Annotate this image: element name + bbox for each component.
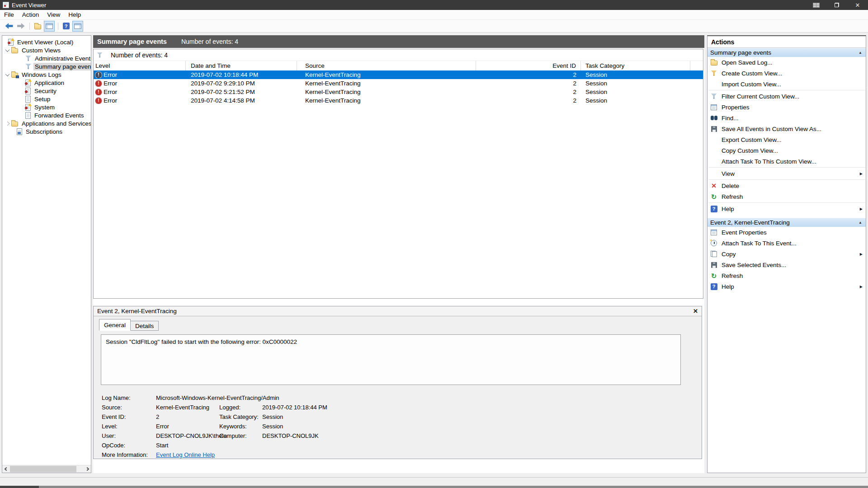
menu-file[interactable]: File: [0, 10, 18, 20]
results-header: Summary page events Number of events: 4: [93, 35, 704, 48]
event-fields: Log Name: Microsoft-Windows-Kernel-Event…: [102, 393, 693, 460]
console-tree-panel: Event Viewer (Local) Custom Views Admini…: [2, 35, 91, 473]
column-header-level[interactable]: Level: [94, 61, 186, 70]
toolbar-separator: [29, 23, 30, 30]
filter-icon: [25, 64, 31, 69]
forward-button[interactable]: [15, 21, 26, 32]
action-attach-task-to-event[interactable]: Attach Task To This Event...: [708, 238, 866, 249]
close-button[interactable]: ✕: [847, 0, 868, 10]
minimize-button[interactable]: [806, 0, 826, 10]
collapse-icon[interactable]: ▲: [859, 218, 862, 227]
section-title: Event 2, Kernel-EventTracing: [710, 219, 790, 226]
submenu-arrow-icon: ▶: [860, 207, 863, 211]
tree-item-system[interactable]: System: [2, 103, 91, 111]
tree-item-application[interactable]: Application: [2, 79, 91, 87]
open-folder-icon: [711, 61, 717, 66]
action-properties[interactable]: Properties: [708, 102, 866, 113]
properties-icon: [711, 230, 717, 235]
custom-views-folder-icon: [11, 48, 18, 53]
workspace: Event Viewer (Local) Custom Views Admini…: [0, 33, 868, 477]
help-button[interactable]: ?: [61, 21, 71, 32]
menu-help[interactable]: Help: [64, 10, 85, 20]
action-open-saved-log[interactable]: Open Saved Log...: [708, 57, 866, 68]
restore-icon: [835, 3, 839, 7]
details-tabs: General Details: [99, 319, 702, 331]
tree-horizontal-scrollbar[interactable]: [2, 465, 91, 473]
level-cell: Error: [104, 80, 117, 87]
action-attach-task-to-custom-view[interactable]: Attach Task To This Custom View...: [708, 156, 866, 167]
action-delete[interactable]: ✕ Delete: [708, 180, 866, 191]
window-controls: ✕: [806, 0, 868, 10]
results-title: Summary page events: [97, 38, 167, 45]
menu-view[interactable]: View: [43, 10, 64, 20]
event-message-box: Session "CldFltLog" failed to start with…: [101, 334, 681, 385]
open-saved-log-button[interactable]: [32, 21, 43, 32]
field-value: Error: [156, 423, 219, 430]
tree-item-summary-page-events[interactable]: Summary page events: [2, 62, 91, 70]
status-bar: [0, 477, 868, 488]
tree-item-custom-views[interactable]: Custom Views: [2, 46, 91, 54]
tree-item-event-viewer-local[interactable]: Event Viewer (Local): [2, 38, 91, 46]
column-header-date-and-time[interactable]: Date and Time: [186, 61, 297, 70]
filter-icon: [25, 56, 31, 61]
column-header-source[interactable]: Source: [297, 61, 476, 70]
chevron-expanded-icon[interactable]: [5, 72, 10, 76]
table-row[interactable]: !Error 2019-07-02 5:21:52 PM Kernel-Even…: [94, 88, 703, 96]
action-export-custom-view[interactable]: Export Custom View...: [708, 134, 866, 145]
back-button[interactable]: [4, 21, 14, 32]
properties-icon: [711, 104, 717, 110]
tree-item-forwarded-events[interactable]: Forwarded Events: [2, 111, 91, 119]
action-refresh[interactable]: ↻ Refresh: [708, 191, 866, 202]
action-help[interactable]: ? Help ▶: [708, 203, 866, 214]
action-import-custom-view[interactable]: Import Custom View...: [708, 79, 866, 89]
tab-general[interactable]: General: [99, 319, 131, 331]
action-filter-current-custom-view[interactable]: Filter Current Custom View...: [708, 91, 866, 102]
tab-details[interactable]: Details: [130, 321, 159, 331]
table-row[interactable]: !Error 2019-07-02 4:14:58 PM Kernel-Even…: [94, 96, 703, 105]
action-view[interactable]: View ▶: [708, 168, 866, 179]
action-save-all-events[interactable]: Save All Events in Custom View As...: [708, 123, 866, 134]
show-action-pane-toggle[interactable]: [72, 21, 83, 32]
table-row[interactable]: !Error 2019-07-02 9:29:10 PM Kernel-Even…: [94, 79, 703, 88]
scrollbar-thumb[interactable]: [10, 466, 76, 472]
chevron-expanded-icon[interactable]: [5, 47, 10, 52]
field-value: Start: [156, 442, 168, 449]
action-help-event[interactable]: ? Help ▶: [708, 281, 866, 292]
action-copy-custom-view[interactable]: Copy Custom View...: [708, 145, 866, 156]
actions-section-event-2[interactable]: Event 2, Kernel-EventTracing ▲: [708, 218, 866, 227]
action-event-properties[interactable]: Event Properties: [708, 227, 866, 238]
column-header-event-id[interactable]: Event ID: [476, 61, 581, 70]
action-save-selected-events[interactable]: Save Selected Events...: [708, 259, 866, 270]
actions-section-summary-page-events[interactable]: Summary page events ▲: [708, 48, 866, 57]
field-label: User:: [102, 432, 156, 439]
log-icon: [25, 96, 31, 103]
menu-bar: File Action View Help: [0, 10, 868, 20]
chevron-collapsed-icon[interactable]: [5, 121, 10, 126]
tree-item-applications-and-services-logs[interactable]: Applications and Services Lo: [2, 119, 91, 127]
tree-item-setup[interactable]: Setup: [2, 95, 91, 103]
restore-button[interactable]: [826, 0, 847, 10]
error-icon: !: [95, 80, 102, 87]
details-header: Event 2, Kernel-EventTracing ✕: [94, 306, 702, 316]
forward-arrow-icon: [17, 23, 25, 29]
table-row[interactable]: !Error 2019-07-02 10:18:44 PM Kernel-Eve…: [94, 70, 703, 79]
tree-item-subscriptions[interactable]: Subscriptions: [2, 127, 91, 136]
event-log-online-help-link[interactable]: Event Log Online Help: [156, 451, 215, 458]
delete-icon: ✕: [711, 183, 717, 189]
show-console-tree-toggle[interactable]: [44, 21, 55, 32]
column-header-task-category[interactable]: Task Category: [581, 61, 690, 70]
action-copy[interactable]: Copy ▶: [708, 249, 866, 259]
scroll-left-arrow[interactable]: [2, 465, 10, 473]
action-find[interactable]: Find...: [708, 113, 866, 123]
action-refresh-event[interactable]: ↻ Refresh: [708, 270, 866, 281]
collapse-icon[interactable]: ▲: [859, 48, 862, 57]
scroll-right-arrow[interactable]: [83, 465, 91, 473]
tree-item-security[interactable]: Security: [2, 87, 91, 95]
tree-item-administrative-events[interactable]: Administrative Events: [2, 54, 91, 62]
details-close-button[interactable]: ✕: [693, 308, 698, 314]
action-create-custom-view[interactable]: Create Custom View...: [708, 68, 866, 79]
tree-item-windows-logs[interactable]: Windows Logs: [2, 70, 91, 79]
event-message: Session "CldFltLog" failed to start with…: [106, 338, 297, 345]
taskbar-edge-dark: [0, 486, 39, 488]
menu-action[interactable]: Action: [18, 10, 43, 20]
